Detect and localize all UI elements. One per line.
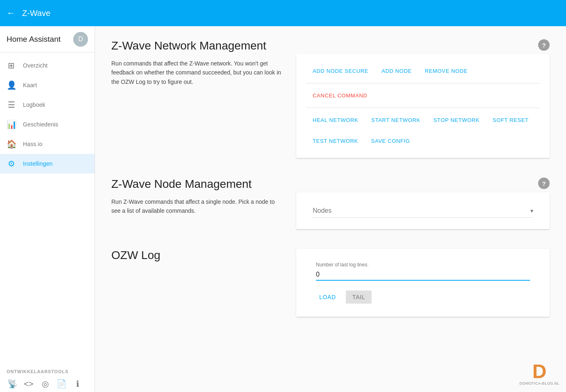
- sidebar-label-hassio: Hass.io: [23, 141, 43, 147]
- sidebar-item-hassio[interactable]: 🏠 Hass.io: [0, 134, 95, 154]
- log-lines-input[interactable]: [316, 269, 530, 281]
- person-icon: 👤: [7, 80, 16, 90]
- sidebar-label-logboek: Logboek: [23, 101, 45, 108]
- log-actions: LOAD TAIL: [306, 287, 540, 310]
- network-management-right: ? ADD NODE SECURE ADD NODE REMOVE NODE C…: [296, 39, 550, 158]
- cancel-command-button[interactable]: CANCEL COMMAND: [306, 88, 374, 103]
- sidebar-item-kaart[interactable]: 👤 Kaart: [0, 75, 95, 95]
- devtools-icons-row: 📡 <> ◎ 📄 ℹ: [0, 376, 95, 392]
- node-management-header: Z-Wave Node Management: [111, 178, 283, 191]
- soft-reset-button[interactable]: SOFT RESET: [486, 113, 535, 127]
- network-help-icon[interactable]: ?: [538, 39, 550, 51]
- node-management-description: Run Z-Wave commands that affect a single…: [111, 197, 283, 216]
- ozw-log-title: OZW Log: [111, 249, 160, 262]
- add-node-secure-button[interactable]: ADD NODE SECURE: [306, 64, 375, 78]
- sidebar-item-geschiedenis[interactable]: 📊 Geschiedenis: [0, 115, 95, 134]
- devtools-title: Ontwikkelaarstools: [0, 364, 95, 376]
- app-title: Home Assistant: [7, 35, 61, 44]
- ozw-log-header: OZW Log: [111, 249, 283, 262]
- topbar-title: Z-Wave: [22, 9, 50, 18]
- sidebar-label-geschiedenis: Geschiedenis: [23, 121, 59, 128]
- node-management-left: Z-Wave Node Management Run Z-Wave comman…: [111, 178, 283, 216]
- sidebar-label-overzicht: Overzicht: [23, 62, 47, 69]
- sidebar: Home Assistant D ⊞ Overzicht 👤 Kaart ☰ L…: [0, 26, 95, 392]
- node-management-section: Z-Wave Node Management Run Z-Wave comman…: [111, 178, 550, 229]
- devtool-target-icon[interactable]: ◎: [39, 379, 51, 389]
- devtool-code-icon[interactable]: <>: [23, 379, 34, 389]
- grid-icon: ⊞: [7, 61, 16, 70]
- test-network-button[interactable]: TEST NETWORK: [306, 134, 365, 148]
- ozw-log-card: Number of last log lines. LOAD TAIL: [296, 249, 550, 317]
- heal-network-button[interactable]: HEAL NETWORK: [306, 113, 365, 127]
- node-management-card: Nodes ▾: [296, 192, 550, 229]
- nodes-select[interactable]: Nodes: [313, 204, 533, 218]
- log-label: Number of last log lines.: [316, 262, 530, 268]
- network-buttons-row1: ADD NODE SECURE ADD NODE REMOVE NODE: [306, 61, 540, 81]
- list-icon: ☰: [7, 100, 16, 110]
- watermark-letter: D: [519, 362, 559, 381]
- settings-icon: ⚙: [7, 159, 16, 169]
- sidebar-item-overzicht[interactable]: ⊞ Overzicht: [0, 56, 95, 75]
- devtool-info-icon[interactable]: ℹ: [72, 379, 83, 389]
- start-network-button[interactable]: START NETWORK: [365, 113, 427, 127]
- sidebar-header: Home Assistant D: [0, 26, 95, 52]
- devtool-antenna-icon[interactable]: 📡: [7, 379, 18, 389]
- network-buttons-row4: TEST NETWORK SAVE CONFIG: [306, 131, 540, 151]
- watermark-text: DOMOTICA-BLOG.NL: [519, 381, 559, 385]
- sidebar-label-instellingen: Instellingen: [23, 160, 53, 167]
- network-buttons-row3: HEAL NETWORK START NETWORK STOP NETWORK …: [306, 110, 540, 131]
- network-management-section: Z-Wave Network Management Run commands t…: [111, 39, 550, 158]
- chart-icon: 📊: [7, 119, 16, 129]
- network-management-card: ADD NODE SECURE ADD NODE REMOVE NODE CAN…: [296, 54, 550, 158]
- tail-button[interactable]: TAIL: [346, 291, 372, 304]
- node-help-icon[interactable]: ?: [538, 178, 550, 189]
- back-button[interactable]: ←: [7, 8, 16, 18]
- network-buttons-row2: CANCEL COMMAND: [306, 85, 540, 106]
- load-button[interactable]: LOAD: [313, 291, 343, 304]
- ozw-log-section: OZW Log Number of last log lines. LOAD T…: [111, 249, 550, 317]
- watermark: D DOMOTICA-BLOG.NL: [519, 362, 559, 385]
- network-management-title: Z-Wave Network Management: [111, 39, 266, 52]
- sidebar-nav: ⊞ Overzicht 👤 Kaart ☰ Logboek 📊 Geschied…: [0, 52, 95, 364]
- home-icon: 🏠: [7, 139, 16, 149]
- add-node-button[interactable]: ADD NODE: [375, 64, 418, 78]
- nodes-select-wrapper: Nodes ▾: [306, 199, 540, 223]
- sidebar-item-logboek[interactable]: ☰ Logboek: [0, 95, 95, 115]
- sidebar-label-kaart: Kaart: [23, 82, 37, 88]
- ozw-log-left: OZW Log: [111, 249, 283, 268]
- devtool-doc-icon[interactable]: 📄: [56, 379, 67, 389]
- main-content: Z-Wave Network Management Run commands t…: [95, 26, 566, 392]
- node-management-right: ? Nodes ▾: [296, 178, 550, 229]
- log-input-wrapper: Number of last log lines.: [306, 255, 540, 287]
- remove-node-button[interactable]: REMOVE NODE: [418, 64, 474, 78]
- network-management-header: Z-Wave Network Management: [111, 39, 283, 52]
- save-config-button[interactable]: SAVE CONFIG: [365, 134, 417, 148]
- topbar: ← Z-Wave: [0, 0, 566, 26]
- ozw-log-right: Number of last log lines. LOAD TAIL: [296, 249, 550, 317]
- sidebar-item-instellingen[interactable]: ⚙ Instellingen: [0, 154, 95, 173]
- network-management-description: Run commands that affect the Z-Wave netw…: [111, 59, 283, 86]
- network-management-left: Z-Wave Network Management Run commands t…: [111, 39, 283, 86]
- devtools-section: Ontwikkelaarstools 📡 <> ◎ 📄 ℹ: [0, 364, 95, 392]
- app-layout: Home Assistant D ⊞ Overzicht 👤 Kaart ☰ L…: [0, 26, 566, 392]
- node-management-title: Z-Wave Node Management: [111, 178, 252, 191]
- stop-network-button[interactable]: STOP NETWORK: [427, 113, 486, 127]
- avatar[interactable]: D: [73, 32, 88, 47]
